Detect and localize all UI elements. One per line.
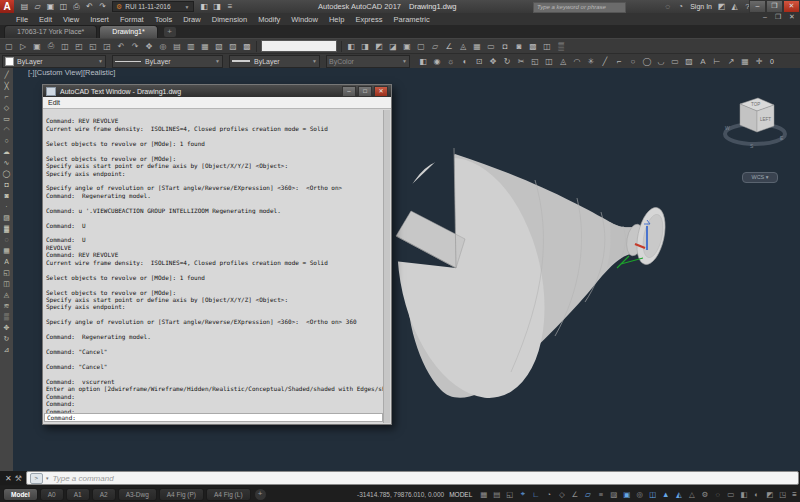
redo-icon[interactable]: ↷ [128,40,142,52]
hatch-icon[interactable]: ▨ [682,55,696,67]
text-window-close-button[interactable]: ✕ [374,86,388,97]
copy-icon[interactable]: ◱ [86,40,100,52]
drawing-canvas[interactable]: [-][Custom View][Realistic] [13,68,800,471]
workspace-switch-icon[interactable]: ⚙ [698,488,711,500]
xline-tool-icon[interactable]: ╳ [1,80,12,91]
circle-tool-icon[interactable]: ○ [1,135,12,146]
lineweight-dropdown[interactable]: ByLayer ▼ [229,55,320,68]
text-tool-icon[interactable]: A [1,256,12,267]
undo-icon[interactable]: ↶ [114,40,128,52]
text-window-body[interactable]: Command: REV REVOLVECurrent wire frame d… [43,109,391,424]
a360-icon[interactable]: ◭ [728,1,741,12]
autocad-logo-icon[interactable]: A [0,0,14,13]
xref-icon[interactable]: ◙ [512,40,526,52]
new-icon[interactable]: ▢ [2,40,16,52]
color-dropdown[interactable]: ByLayer ▼ [2,55,106,68]
layout-tab[interactable]: A3-Dwg [118,488,157,501]
chevron-down-icon[interactable]: ▾ [46,475,49,481]
save-icon[interactable]: ▣ [44,1,57,12]
zoom-icon[interactable]: ◎ [156,40,170,52]
plotstyle-dropdown[interactable]: ByColor ▼ [326,55,410,68]
annotation-visibility-icon[interactable]: ▲ [659,488,672,500]
fillet-icon[interactable]: ◠ [570,55,584,67]
layout-tab[interactable]: A4 Fig (L) [206,488,251,501]
redo-icon[interactable]: ↷ [96,1,109,12]
hatch-tool-icon[interactable]: ▨ [1,212,12,223]
annotate-icon[interactable]: ◬ [456,40,470,52]
restore-button[interactable]: ❐ [766,0,783,13]
plot-icon[interactable]: ⎙ [44,40,58,52]
undo-icon[interactable]: ↶ [83,1,96,12]
lock-icon[interactable]: ◐ [458,55,472,67]
move-icon[interactable]: ✥ [486,55,500,67]
annotation-scale-icon[interactable]: △ [685,488,698,500]
menu-item[interactable]: Format [120,15,144,24]
snap-icon[interactable]: ▤ [490,488,503,500]
markup-icon[interactable]: ▨ [226,40,240,52]
dynamic-input-icon[interactable]: ⌖ [516,488,529,500]
text-window-scrollbar[interactable] [383,110,390,423]
table2-icon[interactable]: ▦ [738,55,752,67]
menu-icon[interactable]: ≡ [224,1,237,12]
minimize-button[interactable]: – [749,0,766,13]
viewport-controls[interactable]: [-][Custom View][Realistic] [28,68,115,77]
object-snap-tracking-icon[interactable]: ∠ [568,488,581,500]
workspace-dropdown[interactable]: ⚙ RUI 11-11-2016 ▼ [112,1,194,12]
block-icon[interactable]: ◘ [498,40,512,52]
offset-tool-icon[interactable]: ≋ [1,300,12,311]
field-icon[interactable]: ▭ [484,40,498,52]
plot-icon[interactable]: ⎙ [70,1,83,12]
object-snap-icon[interactable]: ▱ [581,488,594,500]
save-icon[interactable]: ▣ [30,40,44,52]
spline-tool-icon[interactable]: ∿ [1,157,12,168]
menu-item[interactable]: View [63,15,79,24]
table-tool-icon[interactable]: ▦ [1,245,12,256]
designcenter-icon[interactable]: ▥ [184,40,198,52]
explode-icon[interactable]: ✳ [584,55,598,67]
text-window-minimize-button[interactable]: – [342,86,356,97]
dim-icon[interactable]: ⊢ [710,55,724,67]
text-window-titlebar[interactable]: AutoCAD Text Window - Drawing1.dwg – □ ✕ [43,85,391,97]
layer-iso-icon[interactable]: ◩ [372,40,386,52]
preview-icon[interactable]: ◫ [58,40,72,52]
array-tool-icon[interactable]: ▒ [1,311,12,322]
pline-tool-icon[interactable]: ⌐ [1,91,12,102]
polar-tracking-icon[interactable]: ◔ [542,488,555,500]
revcloud-tool-icon[interactable]: ☁ [1,146,12,157]
linetype-dropdown[interactable]: ByLayer ▼ [112,55,223,68]
menu-item[interactable]: Insert [90,15,109,24]
file-tab[interactable]: 17063-17 York Place* [4,25,97,38]
hardware-accel-icon[interactable]: ◩ [763,488,776,500]
sign-in-button[interactable]: Sign In [690,3,712,10]
leader-icon[interactable]: ↗ [724,55,738,67]
plot-layer-icon[interactable]: ⊡ [472,55,486,67]
rotate-icon[interactable]: ↻ [500,55,514,67]
layout-tab[interactable]: Model [3,488,38,501]
line-tool-icon[interactable]: ╱ [1,69,12,80]
new-layout-button[interactable]: + [255,489,266,500]
image-icon[interactable]: ▩ [526,40,540,52]
cloud-icon[interactable]: ◨ [211,1,224,12]
region-tool-icon[interactable]: ◌ [1,234,12,245]
paste-icon[interactable]: ◲ [100,40,114,52]
gradient-tool-icon[interactable]: ▓ [1,223,12,234]
quick-properties-icon[interactable]: ◧ [737,488,750,500]
array-icon[interactable]: ▒ [554,40,568,52]
layout-tab[interactable]: A4 Fig (P) [159,488,204,501]
toolbar-search-field[interactable] [261,40,337,52]
rotate-tool-icon[interactable]: ↻ [1,333,12,344]
units-icon[interactable]: ▭ [724,488,737,500]
layer-prev-icon[interactable]: ◨ [358,40,372,52]
selection-cycling-icon[interactable]: ▣ [620,488,633,500]
rect-icon[interactable]: ▭ [668,55,682,67]
wcs-dropdown[interactable]: WCS ▾ [742,172,778,183]
polygon-tool-icon[interactable]: ◇ [1,102,12,113]
annotation-monitor-icon[interactable]: ◌ [711,488,724,500]
sun-icon[interactable]: ☼ [444,55,458,67]
menu-item[interactable]: Window [291,15,318,24]
clean-screen-icon[interactable]: ◳ [776,488,789,500]
layer-unlock-icon[interactable]: ◪ [386,40,400,52]
isolate-objects-icon[interactable]: ◐ [750,488,763,500]
point-tool-icon[interactable]: · [1,201,12,212]
rect-tool-icon[interactable]: ▭ [1,113,12,124]
